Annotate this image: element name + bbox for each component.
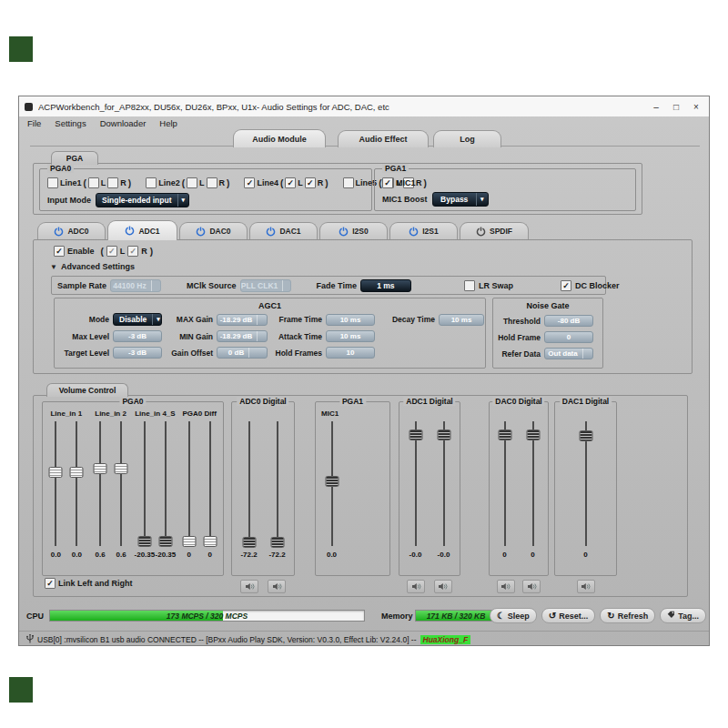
threshold-field[interactable]: -80 dB (544, 315, 593, 327)
agc-mode-select[interactable]: Disable▾ (113, 313, 162, 326)
tab-i2s0[interactable]: I2S0 (319, 222, 388, 239)
slider-handle[interactable] (158, 536, 172, 547)
volume-slider[interactable] (494, 420, 515, 548)
sleep-button[interactable]: ☾Sleep (490, 608, 537, 623)
line4-box[interactable]: ✓ (244, 177, 255, 188)
mute-button[interactable] (497, 580, 515, 593)
line2-l-box[interactable] (187, 177, 197, 188)
line2-box[interactable] (146, 177, 157, 188)
slider-handle[interactable] (579, 430, 592, 441)
slider-handle[interactable] (49, 467, 63, 478)
mic1-checkbox[interactable]: ✓ (382, 177, 393, 188)
agc-frame-time-field[interactable]: 10 ms (326, 314, 375, 326)
volume-slider[interactable] (155, 420, 176, 548)
close-button[interactable]: × (689, 102, 703, 112)
volume-slider[interactable] (66, 420, 87, 548)
line2-r-box[interactable] (207, 177, 217, 188)
dc-blocker-checkbox[interactable]: ✓ (561, 280, 571, 291)
volume-slider[interactable] (405, 420, 426, 548)
volume-slider[interactable] (134, 420, 155, 548)
slider-handle[interactable] (437, 430, 450, 440)
mute-button[interactable] (268, 580, 286, 593)
agc-decay-time-field[interactable]: 10 ms (439, 314, 484, 326)
tab-pga[interactable]: PGA (51, 151, 98, 165)
tab-spdif[interactable]: SPDIF (460, 222, 529, 239)
mute-button[interactable] (434, 580, 452, 593)
tab-adc1[interactable]: ADC1 (107, 220, 177, 240)
advanced-settings-expander[interactable]: ▼ Advanced Settings (50, 262, 135, 271)
volume-slider[interactable] (90, 420, 111, 548)
tab-audio-module[interactable]: Audio Module (233, 129, 326, 147)
agc-min-gain-field[interactable]: -18.29 dB (217, 330, 268, 342)
hold-frame-field[interactable]: 0 (544, 331, 593, 343)
agc-gain-offset-field[interactable]: 0 dB (217, 347, 268, 359)
mute-button[interactable] (577, 580, 595, 593)
slider-handle[interactable] (409, 430, 422, 440)
slider-handle[interactable] (70, 467, 84, 478)
mute-button[interactable] (522, 580, 541, 593)
maximize-button[interactable]: □ (669, 102, 683, 112)
tab-dac0[interactable]: DAC0 (179, 222, 248, 239)
volume-slider[interactable] (433, 420, 454, 548)
menu-settings[interactable]: Settings (55, 118, 86, 128)
agc-target-level-field[interactable]: -3 dB (113, 347, 162, 359)
line1-l-box[interactable] (88, 177, 99, 188)
slider-handle[interactable] (137, 536, 151, 547)
minimize-button[interactable]: – (649, 102, 663, 112)
slider-handle[interactable] (182, 536, 196, 547)
line4-checkbox[interactable]: ✓Line4 ( ✓L ✓R ) (244, 177, 328, 188)
tab-adc0[interactable]: ADC0 (37, 222, 106, 239)
enable-checkbox[interactable]: ✓ (54, 246, 65, 257)
line5-box[interactable] (343, 177, 354, 188)
tab-dac1[interactable]: DAC1 (249, 222, 318, 239)
slider-handle[interactable] (115, 463, 128, 474)
link-checkbox[interactable]: ✓ (45, 578, 56, 589)
slider-handle[interactable] (498, 430, 511, 440)
slider-handle[interactable] (94, 463, 107, 474)
tab-volume-control[interactable]: Volume Control (46, 383, 128, 397)
tab-log[interactable]: Log (433, 130, 501, 147)
line4-r-box[interactable]: ✓ (305, 177, 316, 188)
input-mode-select[interactable]: Single-ended input ▾ (96, 193, 189, 207)
enable-r-checkbox[interactable]: ✓ (127, 246, 138, 257)
mic1-boost-select[interactable]: Bypass ▾ (432, 192, 489, 207)
volume-slider[interactable] (199, 420, 220, 548)
menu-downloader[interactable]: Downloader (100, 118, 147, 128)
fade-time-select[interactable]: 1 ms (360, 279, 411, 292)
enable-l-checkbox[interactable]: ✓ (106, 246, 117, 257)
agc-attack-time-field[interactable]: 10 ms (326, 330, 375, 342)
refer-data-select[interactable]: Out data (544, 348, 593, 359)
menu-help[interactable]: Help (159, 118, 177, 128)
tab-i2s1[interactable]: I2S1 (389, 222, 458, 239)
line1-r-box[interactable] (107, 177, 118, 188)
slider-handle[interactable] (203, 536, 217, 547)
agc-hold-frames-field[interactable]: 10 (326, 347, 375, 359)
volume-slider[interactable] (522, 420, 543, 548)
volume-slider[interactable] (238, 420, 259, 548)
slider-handle[interactable] (325, 476, 339, 487)
lr-swap-checkbox[interactable] (464, 280, 475, 291)
mute-button[interactable] (240, 580, 258, 593)
line1-checkbox[interactable]: Line1 ( L R ) (47, 177, 131, 188)
line4-l-box[interactable]: ✓ (285, 177, 296, 188)
slider-handle[interactable] (242, 537, 256, 548)
slider-handle[interactable] (270, 537, 284, 548)
mute-button[interactable] (407, 580, 425, 593)
volume-slider[interactable] (46, 420, 66, 548)
volume-slider[interactable] (575, 420, 596, 548)
reset-button[interactable]: ↺Reset... (541, 608, 595, 623)
refresh-button[interactable]: ↻Refresh (600, 608, 655, 623)
tab-audio-effect[interactable]: Audio Effect (338, 130, 429, 147)
volume-slider[interactable] (111, 420, 132, 548)
volume-slider[interactable] (267, 420, 288, 548)
volume-slider[interactable] (321, 420, 342, 548)
link-left-right-row[interactable]: ✓ Link Left and Right (45, 578, 133, 589)
volume-slider[interactable] (178, 420, 199, 548)
menu-file[interactable]: File (27, 118, 41, 128)
tag-button[interactable]: Tag... (660, 608, 706, 623)
slider-handle[interactable] (526, 430, 540, 440)
agc-max-level-field[interactable]: -3 dB (113, 330, 162, 342)
agc-max-gain-field[interactable]: -18.29 dB (217, 314, 268, 326)
line1-box[interactable] (47, 177, 58, 188)
line2-checkbox[interactable]: Line2 ( L R ) (146, 177, 229, 188)
